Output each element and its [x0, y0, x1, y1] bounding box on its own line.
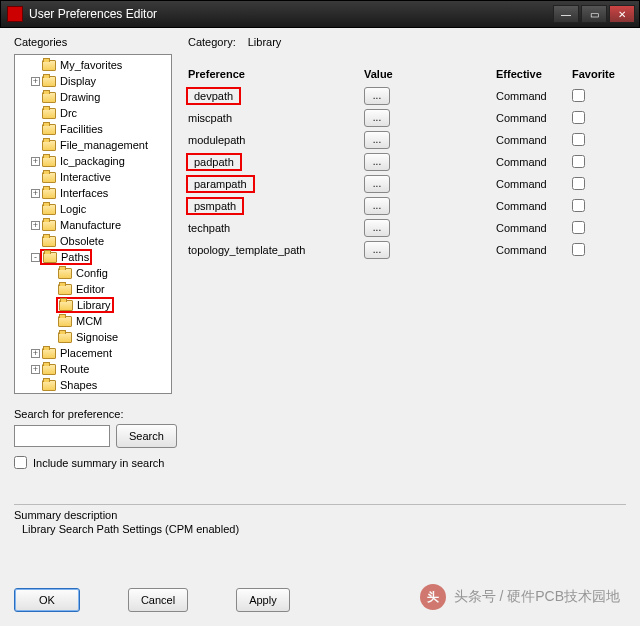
folder-icon: [43, 252, 57, 263]
tree-item-paths[interactable]: -Paths: [15, 249, 171, 265]
expander-icon[interactable]: +: [31, 189, 40, 198]
favorite-checkbox[interactable]: [572, 177, 585, 190]
favorite-checkbox[interactable]: [572, 155, 585, 168]
value-browse-button[interactable]: ...: [364, 109, 390, 127]
category-value: Library: [248, 36, 282, 48]
folder-icon: [42, 92, 56, 103]
value-browse-button[interactable]: ...: [364, 175, 390, 193]
tree-label: Config: [76, 267, 108, 279]
tree-item-config[interactable]: Config: [15, 265, 171, 281]
tree-item-file_management[interactable]: File_management: [15, 137, 171, 153]
col-effective: Effective: [496, 68, 572, 80]
watermark-text: 头条号 / 硬件PCB技术园地: [454, 588, 620, 606]
favorite-checkbox[interactable]: [572, 133, 585, 146]
expander-icon[interactable]: +: [31, 77, 40, 86]
tree-item-drc[interactable]: Drc: [15, 105, 171, 121]
tree-item-mcm[interactable]: MCM: [15, 313, 171, 329]
expander-icon: [47, 269, 56, 278]
pref-row-devpath: devpath...Command: [188, 86, 626, 106]
tree-item-logic[interactable]: Logic: [15, 201, 171, 217]
tree-item-signal_analysis[interactable]: +Signal_analysis: [15, 393, 171, 394]
search-label: Search for preference:: [14, 408, 176, 420]
tree-item-manufacture[interactable]: +Manufacture: [15, 217, 171, 233]
close-button[interactable]: ✕: [609, 5, 635, 23]
tree-item-my_favorites[interactable]: My_favorites: [15, 57, 171, 73]
tree-item-interfaces[interactable]: +Interfaces: [15, 185, 171, 201]
expander-icon: [31, 109, 40, 118]
cancel-button[interactable]: Cancel: [128, 588, 188, 612]
expander-icon[interactable]: +: [31, 221, 40, 230]
preferences-header: Preference Value Effective Favorite: [188, 64, 626, 84]
tree-item-display[interactable]: +Display: [15, 73, 171, 89]
tree-label: Drc: [60, 107, 77, 119]
expander-icon: [31, 93, 40, 102]
tree-item-signoise[interactable]: Signoise: [15, 329, 171, 345]
folder-icon: [59, 300, 73, 311]
tree-label: Obsolete: [60, 235, 104, 247]
favorite-checkbox[interactable]: [572, 199, 585, 212]
pref-name: devpath: [186, 87, 241, 105]
pref-row-parampath: parampath...Command: [188, 174, 626, 194]
col-value: Value: [364, 68, 496, 80]
favorite-checkbox[interactable]: [572, 89, 585, 102]
ok-button[interactable]: OK: [14, 588, 80, 612]
app-icon: [7, 6, 23, 22]
expander-icon[interactable]: +: [31, 365, 40, 374]
expander-icon[interactable]: +: [31, 349, 40, 358]
categories-tree[interactable]: My_favorites+DisplayDrawingDrcFacilities…: [14, 54, 172, 394]
tree-label: Drawing: [60, 91, 100, 103]
apply-button[interactable]: Apply: [236, 588, 290, 612]
window-title: User Preferences Editor: [29, 7, 553, 21]
include-summary-checkbox[interactable]: [14, 456, 27, 469]
value-browse-button[interactable]: ...: [364, 219, 390, 237]
tree-item-library[interactable]: Library: [15, 297, 171, 313]
tree-label: Display: [60, 75, 96, 87]
pref-name: psmpath: [186, 197, 244, 215]
search-input[interactable]: [14, 425, 110, 447]
folder-icon: [42, 236, 56, 247]
folder-icon: [42, 364, 56, 375]
minimize-button[interactable]: —: [553, 5, 579, 23]
maximize-button[interactable]: ▭: [581, 5, 607, 23]
preferences-list: devpath...Commandmiscpath...Commandmodul…: [188, 86, 626, 260]
col-favorite: Favorite: [572, 68, 626, 80]
expander-icon: [31, 237, 40, 246]
effective-value: Command: [496, 200, 572, 212]
pref-row-padpath: padpath...Command: [188, 152, 626, 172]
effective-value: Command: [496, 134, 572, 146]
folder-icon: [42, 60, 56, 71]
tree-label: Ic_packaging: [60, 155, 125, 167]
tree-item-facilities[interactable]: Facilities: [15, 121, 171, 137]
favorite-checkbox[interactable]: [572, 221, 585, 234]
expander-icon: [31, 381, 40, 390]
folder-icon: [42, 188, 56, 199]
tree-item-interactive[interactable]: Interactive: [15, 169, 171, 185]
folder-icon: [42, 124, 56, 135]
tree-label: Paths: [61, 251, 89, 263]
tree-item-placement[interactable]: +Placement: [15, 345, 171, 361]
expander-icon[interactable]: -: [31, 253, 40, 262]
folder-icon: [42, 348, 56, 359]
tree-item-ic_packaging[interactable]: +Ic_packaging: [15, 153, 171, 169]
expander-icon: [47, 317, 56, 326]
tree-item-obsolete[interactable]: Obsolete: [15, 233, 171, 249]
favorite-checkbox[interactable]: [572, 243, 585, 256]
tree-item-route[interactable]: +Route: [15, 361, 171, 377]
tree-label: Library: [77, 299, 111, 311]
tree-item-editor[interactable]: Editor: [15, 281, 171, 297]
value-browse-button[interactable]: ...: [364, 197, 390, 215]
expander-icon: [31, 61, 40, 70]
expander-icon: [31, 173, 40, 182]
search-button[interactable]: Search: [116, 424, 177, 448]
favorite-checkbox[interactable]: [572, 111, 585, 124]
tree-item-shapes[interactable]: Shapes: [15, 377, 171, 393]
value-browse-button[interactable]: ...: [364, 241, 390, 259]
value-browse-button[interactable]: ...: [364, 131, 390, 149]
expander-icon[interactable]: +: [31, 157, 40, 166]
pref-row-modulepath: modulepath...Command: [188, 130, 626, 150]
tree-item-drawing[interactable]: Drawing: [15, 89, 171, 105]
value-browse-button[interactable]: ...: [364, 87, 390, 105]
value-browse-button[interactable]: ...: [364, 153, 390, 171]
pref-row-techpath: techpath...Command: [188, 218, 626, 238]
tree-label: Logic: [60, 203, 86, 215]
